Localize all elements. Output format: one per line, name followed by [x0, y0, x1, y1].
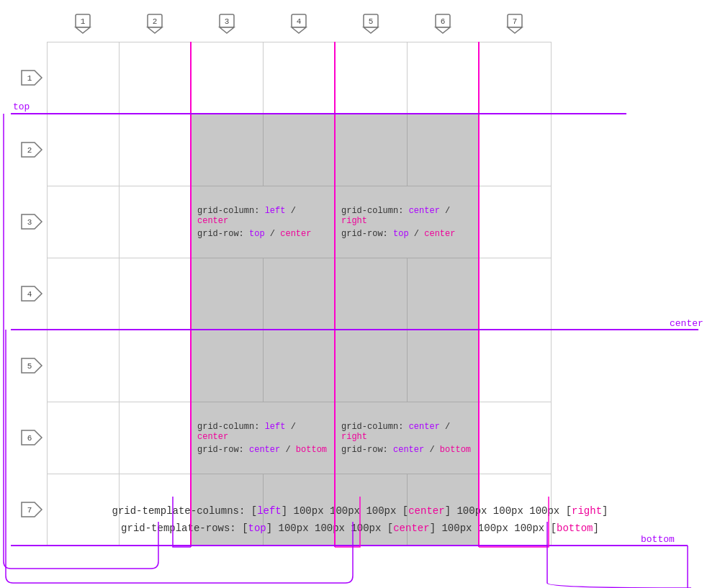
col-right-kw: right	[572, 505, 602, 517]
main-container: top center bottom 1 2 3 4 5 6 7 1	[0, 0, 720, 588]
cell-r4c3	[264, 330, 336, 402]
rows-formula: grid-template-rows: [top] 100px 100px 10…	[0, 523, 720, 534]
cell-tr-label: grid-column: center / right grid-row: to…	[336, 186, 480, 258]
row-mid2: ] 100px 100px 100px [	[430, 523, 557, 534]
cell-r0c6	[480, 42, 552, 114]
cell-r4c4	[336, 330, 408, 402]
svg-marker-16	[508, 27, 522, 33]
tl-col-text: grid-column: left / center	[197, 206, 329, 226]
svg-marker-7	[292, 27, 306, 33]
row-badge-1	[22, 71, 42, 85]
cell-bl-label: grid-column: left / center grid-row: cen…	[192, 402, 336, 474]
bl-col-text: grid-column: left / center	[197, 422, 329, 442]
col-center-kw: center	[408, 505, 444, 517]
svg-marker-27	[22, 430, 42, 445]
cell-r3c5	[408, 258, 480, 330]
columns-formula: grid-template-columns: [left] 100px 100p…	[0, 505, 720, 517]
row-prefix: grid-template-rows: [	[121, 523, 248, 534]
svg-text:1: 1	[27, 74, 32, 83]
col-end: ]	[602, 505, 608, 517]
cell-r1c5	[408, 114, 480, 186]
cell-r0c2	[192, 42, 264, 114]
col-badge-1	[76, 14, 90, 27]
svg-text:2: 2	[27, 146, 32, 155]
row-center-kw: center	[393, 523, 429, 534]
cell-r1c1	[120, 114, 192, 186]
row-bottom-kw: bottom	[557, 523, 593, 534]
svg-marker-1	[148, 27, 162, 33]
row-end: ]	[593, 523, 598, 534]
cell-r2c6	[480, 186, 552, 258]
br-row-text: grid-row: center / bottom	[341, 445, 473, 455]
cell-r5c1	[120, 402, 192, 474]
cell-r0c0	[48, 42, 120, 114]
col-mid1: ] 100px 100px 100px [	[282, 505, 408, 517]
cell-r3c4	[336, 258, 408, 330]
cell-r4c2	[192, 330, 264, 402]
cell-r1c2	[192, 114, 264, 186]
cell-r4c1	[120, 330, 192, 402]
svg-text:7: 7	[513, 17, 518, 26]
cell-r0c1	[120, 42, 192, 114]
svg-rect-15	[508, 14, 522, 27]
cell-r3c0	[48, 258, 120, 330]
svg-marker-4	[220, 27, 234, 33]
cell-r3c6	[480, 258, 552, 330]
cell-r5c0	[48, 402, 120, 474]
cell-r5c6	[480, 402, 552, 474]
cell-r2c1	[120, 186, 192, 258]
cell-r4c6	[480, 330, 552, 402]
col-prefix: grid-template-columns: [	[112, 505, 258, 517]
cell-r0c3	[264, 42, 336, 114]
svg-text:2: 2	[153, 17, 158, 26]
svg-text:4: 4	[297, 17, 302, 26]
tr-row-text: grid-row: top / center	[341, 229, 473, 239]
tr-col-text: grid-column: center / right	[341, 206, 473, 226]
row-mid1: ] 100px 100px 100px [	[266, 523, 393, 534]
svg-marker-25	[22, 358, 42, 373]
row-top-kw: top	[248, 523, 266, 534]
cell-r2c0	[48, 186, 120, 258]
grid-container: grid-column: left / center grid-row: top…	[47, 42, 552, 546]
svg-text:5: 5	[369, 17, 374, 26]
label-center-h: center	[670, 318, 703, 329]
cell-r0c5	[408, 42, 480, 114]
svg-rect-12	[436, 14, 450, 27]
svg-text:5: 5	[27, 362, 32, 371]
svg-marker-21	[22, 214, 42, 229]
col-mid2: ] 100px 100px 100px [	[445, 505, 572, 517]
svg-marker-23	[22, 286, 42, 301]
cell-tl-label: grid-column: left / center grid-row: top…	[192, 186, 336, 258]
cell-r1c6	[480, 114, 552, 186]
svg-rect-9	[364, 14, 378, 27]
cell-r1c3	[264, 114, 336, 186]
cell-r4c0	[48, 330, 120, 402]
cell-r1c4	[336, 114, 408, 186]
svg-marker-19	[22, 143, 42, 157]
svg-marker-13	[436, 27, 450, 33]
svg-text:6: 6	[441, 17, 446, 26]
svg-rect-0	[148, 14, 162, 27]
svg-rect-6	[292, 14, 306, 27]
svg-rect-3	[220, 14, 234, 27]
full-grid: grid-column: left / center grid-row: top…	[47, 42, 552, 546]
cell-r3c1	[120, 258, 192, 330]
col-label-1: 1	[81, 17, 86, 26]
col-left-kw: left	[257, 505, 282, 517]
cell-r3c3	[264, 258, 336, 330]
svg-text:6: 6	[27, 434, 32, 443]
col-badge-1-tip	[76, 27, 90, 33]
cell-r1c0	[48, 114, 120, 186]
svg-marker-10	[364, 27, 378, 33]
label-top: top	[13, 101, 30, 112]
bl-row-text: grid-row: center / bottom	[197, 445, 329, 455]
svg-text:3: 3	[27, 218, 32, 227]
tl-row-text: grid-row: top / center	[197, 229, 329, 239]
br-col-text: grid-column: center / right	[341, 422, 473, 442]
annotation-area: grid-template-columns: [left] 100px 100p…	[0, 505, 720, 534]
label-bottom: bottom	[641, 534, 675, 545]
cell-r4c5	[408, 330, 480, 402]
cell-r0c4	[336, 42, 408, 114]
cell-br-label: grid-column: center / right grid-row: ce…	[336, 402, 480, 474]
svg-text:4: 4	[27, 290, 32, 299]
